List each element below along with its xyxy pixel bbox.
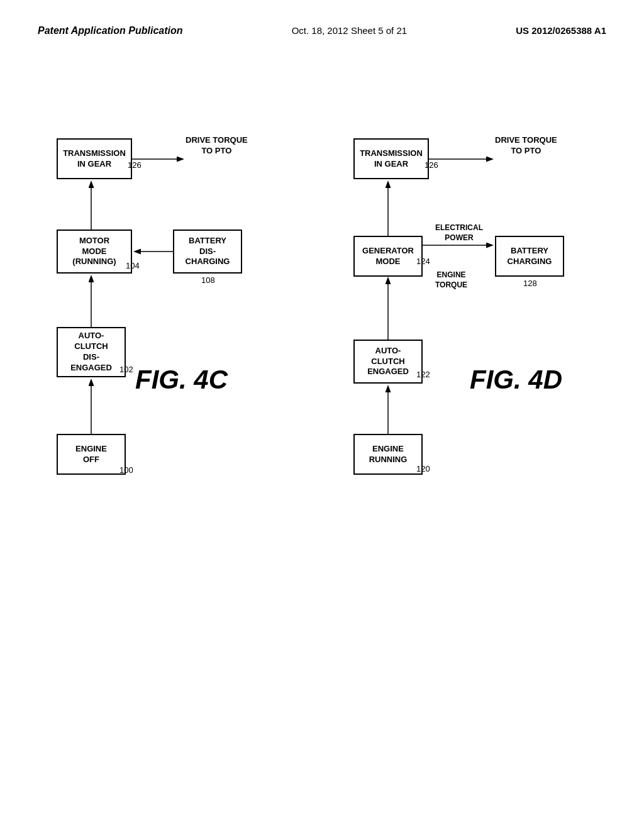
ref-100: 100 bbox=[119, 465, 133, 475]
ref-122: 122 bbox=[416, 370, 430, 379]
ref-108: 108 bbox=[201, 275, 215, 285]
engine-running-box: ENGINERUNNING bbox=[353, 434, 423, 475]
motor-mode-box: MOTORMODE(RUNNING) bbox=[57, 230, 132, 274]
drive-torque-label-4d: DRIVE TORQUETO PTO bbox=[495, 135, 557, 157]
ref-126-4c: 126 bbox=[128, 160, 142, 170]
fig-4c-diagram: ENGINEOFF 100 AUTO-CLUTCHDIS-ENGAGED 102… bbox=[38, 101, 309, 541]
transmission-box-4d: TRANSMISSIONIN GEAR bbox=[353, 138, 429, 179]
ref-124: 124 bbox=[416, 257, 430, 266]
fig-4d-diagram: ENGINERUNNING 120 AUTO-CLUTCHENGAGED 122… bbox=[335, 101, 606, 541]
publication-title: Patent Application Publication bbox=[38, 25, 183, 36]
engine-off-box: ENGINEOFF bbox=[57, 434, 126, 475]
publication-number: US 2012/0265388 A1 bbox=[516, 25, 606, 36]
publication-date-sheet: Oct. 18, 2012 Sheet 5 of 21 bbox=[292, 25, 407, 36]
fig-4d-label: FIG. 4D bbox=[470, 365, 562, 395]
battery-dis-box: BATTERYDIS-CHARGING bbox=[173, 230, 242, 274]
ref-104: 104 bbox=[126, 261, 140, 270]
generator-mode-box: GENERATORMODE bbox=[353, 236, 423, 277]
diagram-area: ENGINEOFF 100 AUTO-CLUTCHDIS-ENGAGED 102… bbox=[38, 101, 606, 767]
battery-charging-box: BATTERYCHARGING bbox=[495, 236, 564, 277]
auto-clutch-eng-box: AUTO-CLUTCHENGAGED bbox=[353, 340, 423, 384]
ref-126-4d: 126 bbox=[425, 160, 438, 170]
auto-clutch-dis-box: AUTO-CLUTCHDIS-ENGAGED bbox=[57, 327, 126, 377]
electrical-power-label: ELECTRICALPOWER bbox=[435, 223, 483, 243]
ref-128: 128 bbox=[523, 279, 537, 288]
ref-102: 102 bbox=[119, 365, 133, 374]
engine-torque-label: ENGINETORQUE bbox=[435, 270, 467, 290]
page-header: Patent Application Publication Oct. 18, … bbox=[0, 0, 644, 36]
ref-120: 120 bbox=[416, 464, 430, 473]
drive-torque-label-4c: DRIVE TORQUETO PTO bbox=[186, 135, 248, 157]
fig-4c-label: FIG. 4C bbox=[135, 365, 228, 395]
transmission-box-4c: TRANSMISSIONIN GEAR bbox=[57, 138, 132, 179]
